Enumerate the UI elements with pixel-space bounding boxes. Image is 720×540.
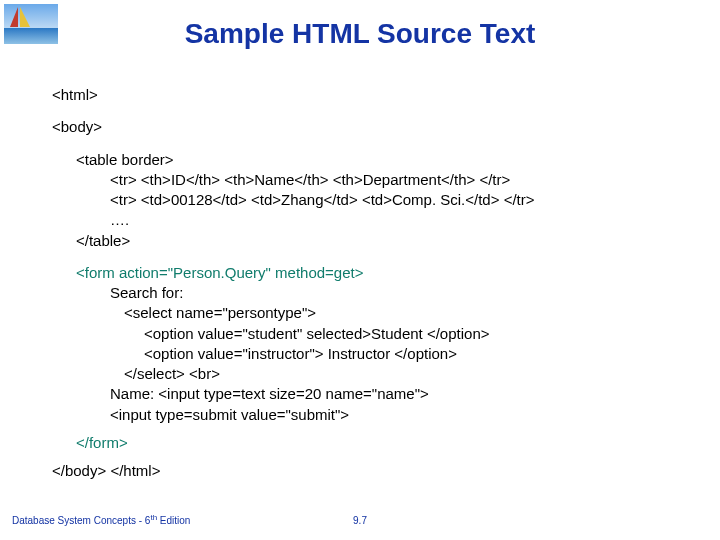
code-line: …. bbox=[52, 210, 680, 230]
code-line: Search for: bbox=[52, 283, 680, 303]
code-line: </select> <br> bbox=[52, 364, 680, 384]
code-line: </body> </html> bbox=[52, 461, 680, 481]
code-line: <input type=submit value="submit"> bbox=[52, 405, 680, 425]
code-line: <option value="instructor"> Instructor <… bbox=[52, 344, 680, 364]
code-line: </table> bbox=[52, 231, 680, 251]
code-line: <html> bbox=[52, 85, 680, 105]
footer-center: 9.7 bbox=[0, 515, 720, 526]
code-line: </form> bbox=[52, 433, 680, 453]
code-line: <option value="student" selected>Student… bbox=[52, 324, 680, 344]
code-line: <tr> <th>ID</th> <th>Name</th> <th>Depar… bbox=[52, 170, 680, 190]
code-block: <html> <body> <table border> <tr> <th>ID… bbox=[52, 85, 680, 481]
slide: Sample HTML Source Text <html> <body> <t… bbox=[0, 0, 720, 540]
code-line: Name: <input type=text size=20 name="nam… bbox=[52, 384, 680, 404]
code-line: <form action="Person.Query" method=get> bbox=[52, 263, 680, 283]
code-line: <body> bbox=[52, 117, 680, 137]
code-line: <table border> bbox=[52, 150, 680, 170]
code-line: <select name="persontype"> bbox=[52, 303, 680, 323]
code-line: <tr> <td>00128</td> <td>Zhang</td> <td>C… bbox=[52, 190, 680, 210]
slide-title: Sample HTML Source Text bbox=[0, 18, 720, 50]
